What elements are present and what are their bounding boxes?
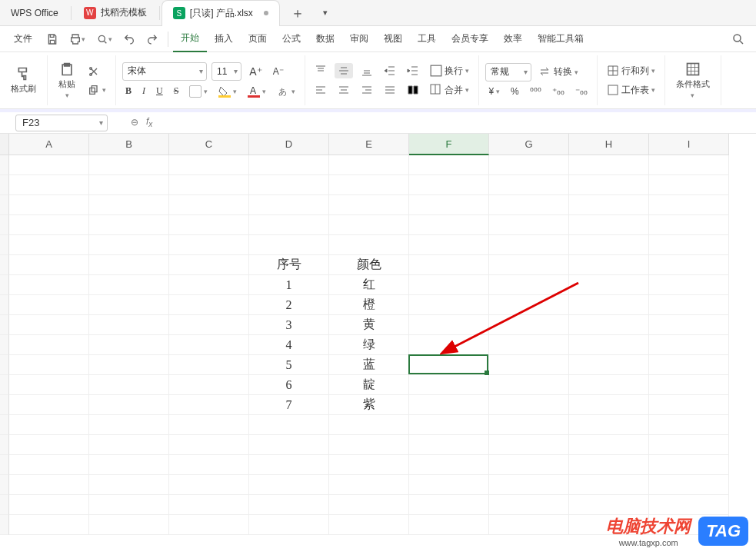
cell[interactable] <box>329 175 409 195</box>
cell[interactable] <box>489 435 569 455</box>
cell[interactable] <box>169 295 249 315</box>
cell[interactable] <box>9 515 89 535</box>
cell[interactable] <box>409 175 489 195</box>
search-button[interactable] <box>727 32 750 46</box>
cell[interactable] <box>569 375 649 395</box>
row-header[interactable] <box>0 435 9 455</box>
row-header[interactable] <box>0 295 9 315</box>
cell[interactable] <box>89 295 169 315</box>
cell[interactable] <box>649 335 729 355</box>
decrease-font-button[interactable]: A⁻ <box>270 65 287 78</box>
cell[interactable] <box>569 295 649 315</box>
cell[interactable]: 序号 <box>249 255 329 275</box>
cell[interactable] <box>9 455 89 475</box>
row-header[interactable] <box>0 335 9 355</box>
row-header[interactable] <box>0 235 9 255</box>
tab-active-document[interactable]: S [只读] 产品.xlsx <box>162 0 280 26</box>
cell[interactable] <box>489 335 569 355</box>
cell[interactable] <box>9 275 89 295</box>
column-header[interactable]: G <box>489 134 569 155</box>
cell[interactable] <box>329 435 409 455</box>
cell[interactable] <box>569 355 649 375</box>
cell[interactable] <box>9 215 89 235</box>
convert-button[interactable]: 转换 <box>536 64 581 80</box>
row-header[interactable] <box>0 255 9 275</box>
row-header[interactable] <box>0 495 9 515</box>
menu-工具[interactable]: 工具 <box>410 26 444 52</box>
cell[interactable] <box>169 155 249 175</box>
tab-list-button[interactable]: ▾ <box>315 3 335 23</box>
cell[interactable] <box>489 475 569 495</box>
cell[interactable] <box>89 475 169 495</box>
cell[interactable] <box>569 255 649 275</box>
cell[interactable] <box>409 155 489 175</box>
cell[interactable]: 2 <box>249 295 329 315</box>
cell[interactable] <box>89 435 169 455</box>
cell[interactable] <box>569 415 649 435</box>
cell[interactable] <box>329 155 409 175</box>
cell[interactable]: 7 <box>249 395 329 415</box>
cell[interactable] <box>569 215 649 235</box>
cell[interactable] <box>249 495 329 515</box>
row-header[interactable] <box>0 395 9 415</box>
cell[interactable] <box>409 215 489 235</box>
cell[interactable] <box>409 295 489 315</box>
preview-button[interactable] <box>92 33 117 45</box>
cell[interactable] <box>489 175 569 195</box>
menu-会员专享[interactable]: 会员专享 <box>444 26 496 52</box>
increase-decimal-button[interactable]: ⁺₀₀ <box>549 85 568 98</box>
menu-插入[interactable]: 插入 <box>207 26 241 52</box>
cell[interactable] <box>329 495 409 515</box>
cell[interactable] <box>409 455 489 475</box>
row-header[interactable] <box>0 175 9 195</box>
increase-indent-button[interactable] <box>404 63 422 78</box>
cell[interactable] <box>329 195 409 215</box>
row-header[interactable] <box>0 155 9 175</box>
column-header[interactable]: D <box>249 134 329 155</box>
cell[interactable] <box>9 235 89 255</box>
cell[interactable] <box>89 495 169 515</box>
cell[interactable]: 红 <box>329 275 409 295</box>
decrease-indent-button[interactable] <box>381 63 399 78</box>
cell[interactable] <box>9 315 89 335</box>
cell[interactable] <box>489 235 569 255</box>
cell[interactable] <box>249 235 329 255</box>
cell[interactable] <box>409 195 489 215</box>
cell[interactable] <box>649 355 729 375</box>
border-button[interactable] <box>186 84 211 99</box>
undo-button[interactable] <box>118 33 140 45</box>
bold-button[interactable]: B <box>122 84 135 98</box>
cell[interactable] <box>249 175 329 195</box>
cell[interactable] <box>9 295 89 315</box>
cell[interactable] <box>569 435 649 455</box>
cell[interactable] <box>169 215 249 235</box>
cell[interactable]: 6 <box>249 375 329 395</box>
row-header[interactable] <box>0 415 9 435</box>
cell[interactable]: 紫 <box>329 395 409 415</box>
cell[interactable] <box>569 315 649 335</box>
cell[interactable] <box>649 155 729 175</box>
cell[interactable] <box>169 275 249 295</box>
cell[interactable] <box>9 175 89 195</box>
cell[interactable] <box>409 475 489 495</box>
cell[interactable] <box>489 395 569 415</box>
cell[interactable] <box>489 155 569 175</box>
cell[interactable] <box>89 355 169 375</box>
worksheet-button[interactable]: 工作表 <box>604 82 658 98</box>
decrease-decimal-button[interactable]: ⁻₀₀ <box>572 85 591 98</box>
menu-file[interactable]: 文件 <box>6 26 40 52</box>
cell[interactable] <box>169 175 249 195</box>
cell[interactable] <box>169 255 249 275</box>
cell[interactable]: 绿 <box>329 335 409 355</box>
row-col-button[interactable]: 行和列 <box>604 63 658 79</box>
cell[interactable] <box>409 515 489 535</box>
cell[interactable] <box>409 375 489 395</box>
cell[interactable] <box>649 215 729 235</box>
cell[interactable] <box>569 235 649 255</box>
cell[interactable] <box>409 495 489 515</box>
cell[interactable] <box>89 515 169 535</box>
cell[interactable] <box>89 315 169 335</box>
cell[interactable] <box>89 215 169 235</box>
column-header[interactable]: B <box>89 134 169 155</box>
cell[interactable]: 蓝 <box>329 355 409 375</box>
